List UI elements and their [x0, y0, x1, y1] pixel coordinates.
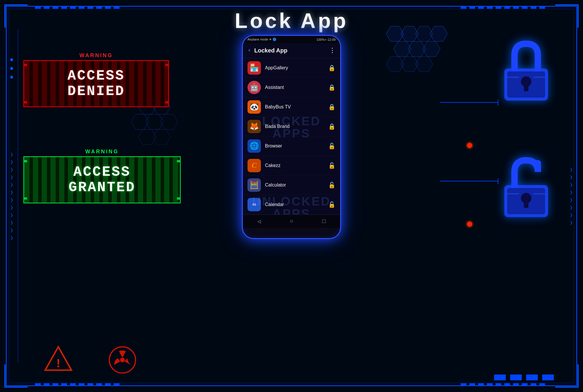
corner-tl	[4, 4, 28, 28]
bottom-right-indicators	[494, 375, 554, 380]
chevron-icon: ❯	[10, 212, 13, 218]
chevron-icon: ❯	[10, 235, 13, 241]
app-name-browser: Browser	[265, 143, 328, 149]
access-granted-text: ACCESS GRANTED	[36, 164, 168, 195]
svg-rect-24	[524, 83, 528, 91]
app-icon-calendar: 31	[247, 198, 261, 211]
list-item[interactable]: 🌐 Browser 🔓	[243, 136, 340, 156]
circuit-line-top	[440, 102, 498, 103]
access-denied-container: WARNING ACCESS DENIED	[23, 52, 169, 107]
frame-dash-bottom-right	[461, 383, 548, 386]
corner-bl	[4, 364, 28, 388]
list-item[interactable]: 🦊 Bada Brand 🔒	[243, 117, 340, 136]
svg-marker-20	[415, 57, 433, 72]
app-list: LOCKEDAPPS UNLOCKEDAPPS 🏪 AppGallery 🔒 🤖…	[243, 58, 340, 215]
page-title: Lock App	[235, 9, 348, 33]
app-header-left: ‹ Locked App	[247, 47, 287, 54]
padlock-unlocked-icon	[498, 154, 554, 220]
left-dots	[10, 58, 13, 79]
chevron-icon: ❯	[10, 227, 13, 233]
svg-marker-14	[430, 26, 447, 41]
lock-open-icon: 🔓	[328, 162, 336, 169]
nav-recent-button[interactable]: □	[322, 218, 326, 225]
red-dot-top	[467, 143, 472, 148]
lock-open-icon: 🔓	[328, 201, 336, 208]
app-name-babybustv: BabyBus TV	[265, 104, 328, 110]
battery-time-label: 100%+ 12:09	[317, 38, 336, 41]
chevron-icon: ❯	[10, 197, 13, 203]
list-item[interactable]: 🏪 AppGallery 🔒	[243, 58, 340, 78]
list-item[interactable]: 31 Calendar 🔓	[243, 195, 340, 215]
lock-closed-icon: 🔒	[328, 103, 336, 111]
circuit-line-bottom	[440, 181, 498, 182]
app-name-appgallery: AppGallery	[265, 65, 328, 71]
access-denied-text: ACCESS DENIED	[36, 68, 157, 99]
chevron-icon: ❯	[10, 159, 13, 165]
indicator-square	[526, 375, 538, 380]
chevron-icon: ❯	[10, 151, 13, 158]
back-button[interactable]: ‹	[247, 47, 251, 54]
app-name-cakezz: Cakezz	[265, 163, 328, 168]
app-header-title: Locked App	[254, 47, 287, 54]
list-item[interactable]: 🧮 Calculator 🔓	[243, 175, 340, 195]
lock-closed-icon: 🔒	[328, 123, 336, 130]
chevron-icon: ❯	[10, 204, 13, 211]
svg-marker-17	[423, 41, 440, 57]
app-icon-appgallery: 🏪	[247, 61, 261, 75]
status-left: Airplane mode ✈ 🔵	[247, 38, 277, 41]
airplane-mode-label: Airplane mode ✈ 🔵	[247, 38, 277, 41]
app-icon-assistant: 🤖	[247, 81, 261, 94]
app-icon-calculator: 🧮	[247, 178, 261, 192]
app-header: ‹ Locked App ⋮	[243, 43, 340, 58]
more-options-button[interactable]: ⋮	[329, 47, 336, 55]
corner-tr	[555, 4, 579, 28]
phone-status-bar: Airplane mode ✈ 🔵 100%+ 12:09	[243, 36, 340, 43]
indicator-square	[510, 375, 522, 380]
svg-text:!: !	[55, 357, 62, 371]
hex-bg-right	[373, 23, 466, 118]
list-item[interactable]: C Cakezz 🔓	[243, 156, 340, 175]
warning-triangle-icon: !	[44, 345, 73, 370]
indicator-square	[494, 375, 506, 380]
lock-open-icon: 🔓	[328, 143, 336, 150]
red-dot-bottom	[467, 222, 472, 227]
app-icon-badabrand: 🦊	[247, 120, 261, 133]
bottom-icons-group: !	[44, 345, 137, 375]
access-granted-container: WARNING ACCESS GRANTED	[23, 149, 181, 203]
status-right: 100%+ 12:09	[317, 38, 336, 41]
frame-dash-bottom	[35, 383, 122, 386]
warning-label-granted: WARNING	[23, 149, 181, 155]
chevron-icon: ❯	[10, 166, 13, 173]
list-item[interactable]: 🤖 Assistant 🔒	[243, 78, 340, 97]
nav-home-button[interactable]: ○	[290, 218, 293, 225]
frame-dash-top	[35, 6, 122, 9]
access-denied-box: ACCESS DENIED	[23, 60, 169, 107]
frame-dash-top-right	[461, 6, 548, 9]
app-name-calculator: Calculator	[265, 182, 328, 188]
lock-open-icon: 🔓	[328, 182, 336, 189]
list-item[interactable]: 🐼 BabyBus TV 🔒	[243, 97, 340, 117]
svg-point-10	[120, 358, 125, 362]
phone-screen: Airplane mode ✈ 🔵 100%+ 12:09 ‹ Locked A…	[242, 35, 341, 239]
access-granted-box: ACCESS GRANTED	[23, 156, 181, 203]
chevron-icon: ❯	[10, 182, 13, 188]
padlock-locked-icon	[498, 38, 554, 103]
corner-br	[555, 364, 579, 388]
app-name-assistant: Assistant	[265, 85, 328, 90]
chevron-icon: ❯	[10, 219, 13, 226]
app-icon-cakezz: C	[247, 159, 261, 172]
lock-closed-icon: 🔒	[328, 84, 336, 91]
app-icon-babybustv: 🐼	[247, 100, 261, 114]
svg-rect-30	[524, 200, 528, 208]
right-chevrons: ❯ ❯ ❯ ❯ ❯ ❯ ❯ ❯	[570, 166, 573, 226]
chevron-icon: ❯	[10, 189, 13, 196]
phone-bottom-nav: ◁ ○ □	[243, 215, 340, 228]
phone-mockup: Airplane mode ✈ 🔵 100%+ 12:09 ‹ Locked A…	[242, 35, 341, 239]
left-chevrons-group: ❯ ❯ ❯ ❯ ❯ ❯ ❯ ❯ ❯ ❯ ❯ ❯	[10, 151, 13, 241]
warning-label-denied: WARNING	[23, 52, 169, 59]
indicator-square	[542, 375, 554, 380]
radiation-icon	[108, 345, 137, 375]
nav-back-button[interactable]: ◁	[257, 218, 261, 225]
app-name-badabrand: Bada Brand	[265, 124, 328, 129]
chevron-icon: ❯	[10, 174, 13, 180]
